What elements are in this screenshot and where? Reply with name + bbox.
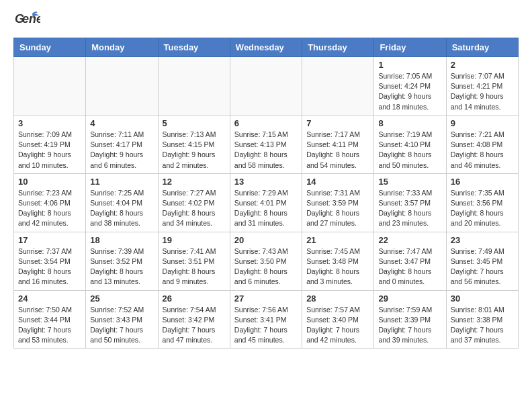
day-info: Sunrise: 7:33 AM Sunset: 3:57 PM Dayligh… — [378, 188, 441, 229]
header-sunday: Sunday — [14, 38, 86, 57]
calendar-cell: 6Sunrise: 7:15 AM Sunset: 4:13 PM Daylig… — [230, 115, 302, 173]
weekday-header-row: Sunday Monday Tuesday Wednesday Thursday… — [14, 38, 519, 57]
day-number: 26 — [163, 293, 226, 304]
day-number: 4 — [90, 118, 153, 128]
calendar-cell: 9Sunrise: 7:21 AM Sunset: 4:08 PM Daylig… — [446, 115, 518, 173]
header-friday: Friday — [374, 38, 446, 57]
calendar-table: Sunday Monday Tuesday Wednesday Thursday… — [13, 38, 519, 349]
day-info: Sunrise: 7:45 AM Sunset: 3:48 PM Dayligh… — [306, 246, 369, 287]
day-info: Sunrise: 7:25 AM Sunset: 4:04 PM Dayligh… — [90, 188, 153, 229]
calendar-cell: 8Sunrise: 7:19 AM Sunset: 4:10 PM Daylig… — [374, 115, 446, 173]
calendar-cell: 21Sunrise: 7:45 AM Sunset: 3:48 PM Dayli… — [302, 232, 374, 290]
day-number: 23 — [451, 235, 514, 245]
calendar-cell — [230, 57, 302, 116]
svg-text:eneral: eneral — [22, 12, 40, 26]
day-info: Sunrise: 7:41 AM Sunset: 3:51 PM Dayligh… — [163, 246, 226, 287]
day-number: 12 — [163, 177, 226, 187]
calendar-cell: 26Sunrise: 7:54 AM Sunset: 3:42 PM Dayli… — [158, 290, 230, 349]
header-tuesday: Tuesday — [158, 38, 230, 57]
calendar-cell: 2Sunrise: 7:07 AM Sunset: 4:21 PM Daylig… — [446, 57, 518, 116]
calendar-cell — [86, 57, 158, 116]
day-number: 9 — [451, 118, 514, 128]
day-number: 15 — [378, 177, 441, 187]
day-info: Sunrise: 7:13 AM Sunset: 4:15 PM Dayligh… — [163, 130, 226, 171]
day-number: 20 — [234, 235, 298, 245]
day-number: 11 — [90, 177, 153, 187]
day-number: 24 — [18, 293, 81, 304]
day-number: 19 — [163, 235, 226, 245]
day-info: Sunrise: 7:15 AM Sunset: 4:13 PM Dayligh… — [234, 130, 298, 171]
day-info: Sunrise: 7:07 AM Sunset: 4:21 PM Dayligh… — [451, 71, 514, 112]
calendar-cell: 15Sunrise: 7:33 AM Sunset: 3:57 PM Dayli… — [374, 173, 446, 232]
day-number: 25 — [90, 293, 153, 304]
calendar-cell: 23Sunrise: 7:49 AM Sunset: 3:45 PM Dayli… — [446, 232, 518, 290]
calendar-cell: 19Sunrise: 7:41 AM Sunset: 3:51 PM Dayli… — [158, 232, 230, 290]
calendar-cell: 3Sunrise: 7:09 AM Sunset: 4:19 PM Daylig… — [14, 115, 86, 173]
day-number: 13 — [234, 177, 298, 187]
calendar-cell: 10Sunrise: 7:23 AM Sunset: 4:06 PM Dayli… — [14, 173, 86, 232]
header-monday: Monday — [86, 38, 158, 57]
day-info: Sunrise: 7:52 AM Sunset: 3:43 PM Dayligh… — [90, 305, 153, 346]
day-info: Sunrise: 7:05 AM Sunset: 4:24 PM Dayligh… — [378, 71, 441, 112]
calendar-cell — [158, 57, 230, 116]
day-info: Sunrise: 7:27 AM Sunset: 4:02 PM Dayligh… — [163, 188, 226, 229]
calendar-cell: 13Sunrise: 7:29 AM Sunset: 4:01 PM Dayli… — [230, 173, 302, 232]
logo: G eneral — [13, 8, 43, 35]
day-number: 27 — [234, 293, 298, 304]
day-info: Sunrise: 7:17 AM Sunset: 4:11 PM Dayligh… — [306, 130, 369, 171]
day-info: Sunrise: 7:49 AM Sunset: 3:45 PM Dayligh… — [451, 246, 514, 287]
calendar-cell: 11Sunrise: 7:25 AM Sunset: 4:04 PM Dayli… — [86, 173, 158, 232]
calendar-cell — [302, 57, 374, 116]
day-number: 2 — [451, 60, 514, 70]
day-number: 18 — [90, 235, 153, 245]
day-info: Sunrise: 7:29 AM Sunset: 4:01 PM Dayligh… — [234, 188, 298, 229]
calendar-cell: 16Sunrise: 7:35 AM Sunset: 3:56 PM Dayli… — [446, 173, 518, 232]
day-number: 8 — [378, 118, 441, 128]
header-thursday: Thursday — [302, 38, 374, 57]
day-number: 17 — [18, 235, 81, 245]
calendar-cell: 30Sunrise: 8:01 AM Sunset: 3:38 PM Dayli… — [446, 290, 518, 349]
calendar-cell: 1Sunrise: 7:05 AM Sunset: 4:24 PM Daylig… — [374, 57, 446, 116]
calendar-cell: 14Sunrise: 7:31 AM Sunset: 3:59 PM Dayli… — [302, 173, 374, 232]
day-info: Sunrise: 7:35 AM Sunset: 3:56 PM Dayligh… — [451, 188, 514, 229]
day-number: 6 — [234, 118, 298, 128]
calendar-cell: 20Sunrise: 7:43 AM Sunset: 3:50 PM Dayli… — [230, 232, 302, 290]
day-number: 30 — [451, 293, 514, 304]
day-info: Sunrise: 7:21 AM Sunset: 4:08 PM Dayligh… — [451, 130, 514, 171]
day-number: 1 — [378, 60, 441, 70]
day-number: 7 — [306, 118, 369, 128]
calendar-cell: 4Sunrise: 7:11 AM Sunset: 4:17 PM Daylig… — [86, 115, 158, 173]
day-number: 22 — [378, 235, 441, 245]
calendar-cell: 28Sunrise: 7:57 AM Sunset: 3:40 PM Dayli… — [302, 290, 374, 349]
calendar-cell: 24Sunrise: 7:50 AM Sunset: 3:44 PM Dayli… — [14, 290, 86, 349]
logo-icon: G eneral — [13, 8, 40, 35]
day-info: Sunrise: 7:56 AM Sunset: 3:41 PM Dayligh… — [234, 305, 298, 346]
calendar-cell: 22Sunrise: 7:47 AM Sunset: 3:47 PM Dayli… — [374, 232, 446, 290]
day-number: 28 — [306, 293, 369, 304]
day-number: 21 — [306, 235, 369, 245]
calendar-cell: 25Sunrise: 7:52 AM Sunset: 3:43 PM Dayli… — [86, 290, 158, 349]
day-info: Sunrise: 7:43 AM Sunset: 3:50 PM Dayligh… — [234, 246, 298, 287]
calendar-cell: 29Sunrise: 7:59 AM Sunset: 3:39 PM Dayli… — [374, 290, 446, 349]
day-info: Sunrise: 7:47 AM Sunset: 3:47 PM Dayligh… — [378, 246, 441, 287]
calendar-cell: 7Sunrise: 7:17 AM Sunset: 4:11 PM Daylig… — [302, 115, 374, 173]
day-info: Sunrise: 7:23 AM Sunset: 4:06 PM Dayligh… — [18, 188, 81, 229]
header-wednesday: Wednesday — [230, 38, 302, 57]
day-info: Sunrise: 7:39 AM Sunset: 3:52 PM Dayligh… — [90, 246, 153, 287]
day-number: 3 — [18, 118, 81, 128]
day-info: Sunrise: 7:59 AM Sunset: 3:39 PM Dayligh… — [378, 305, 441, 346]
day-info: Sunrise: 7:57 AM Sunset: 3:40 PM Dayligh… — [306, 305, 369, 346]
day-info: Sunrise: 7:37 AM Sunset: 3:54 PM Dayligh… — [18, 246, 81, 287]
calendar-cell: 5Sunrise: 7:13 AM Sunset: 4:15 PM Daylig… — [158, 115, 230, 173]
day-info: Sunrise: 7:31 AM Sunset: 3:59 PM Dayligh… — [306, 188, 369, 229]
calendar-cell: 17Sunrise: 7:37 AM Sunset: 3:54 PM Dayli… — [14, 232, 86, 290]
day-number: 29 — [378, 293, 441, 304]
calendar-cell: 12Sunrise: 7:27 AM Sunset: 4:02 PM Dayli… — [158, 173, 230, 232]
calendar-cell: 18Sunrise: 7:39 AM Sunset: 3:52 PM Dayli… — [86, 232, 158, 290]
day-number: 10 — [18, 177, 81, 187]
day-info: Sunrise: 8:01 AM Sunset: 3:38 PM Dayligh… — [451, 305, 514, 346]
calendar-cell: 27Sunrise: 7:56 AM Sunset: 3:41 PM Dayli… — [230, 290, 302, 349]
day-number: 16 — [451, 177, 514, 187]
header-saturday: Saturday — [446, 38, 518, 57]
day-info: Sunrise: 7:50 AM Sunset: 3:44 PM Dayligh… — [18, 305, 81, 346]
